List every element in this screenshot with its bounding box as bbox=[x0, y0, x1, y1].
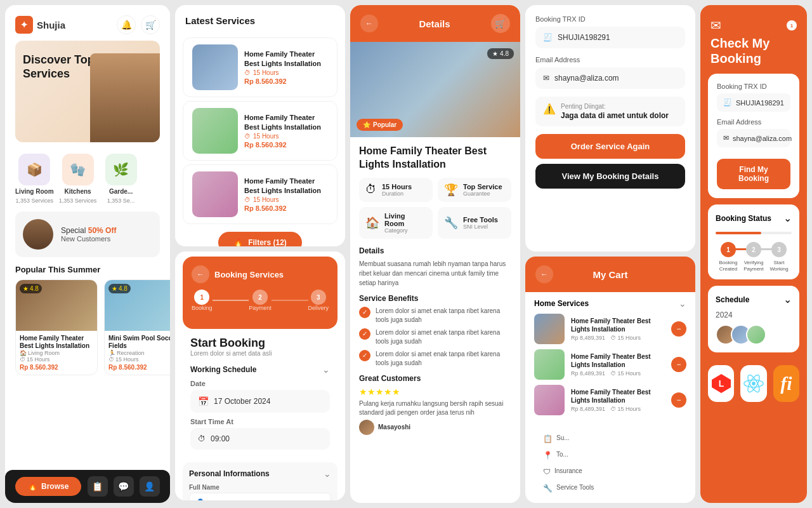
category-garden[interactable]: 🌿 Garde... 1,353 Se... bbox=[102, 154, 140, 204]
time-value: 09:00 bbox=[211, 434, 230, 443]
guarantee-icon: 🏆 bbox=[444, 183, 458, 197]
step-line-2 bbox=[272, 300, 308, 301]
service-card-2[interactable]: Home Family Theater Best Lights Installa… bbox=[183, 164, 337, 224]
nav-profile-button[interactable]: 👤 bbox=[140, 476, 160, 497]
cat-label-1: Kitchens bbox=[64, 188, 91, 195]
fiverr-f-icon: fi bbox=[780, 373, 792, 394]
filter-button[interactable]: 🔥 Filters (12) bbox=[218, 232, 302, 246]
rating-badge-0: ★ 4.8 bbox=[20, 284, 42, 293]
check-trx-label: Booking TRX ID bbox=[717, 83, 790, 90]
time-field[interactable]: ⏱ 09:00 bbox=[190, 428, 330, 450]
service-card-0[interactable]: Home Family Theater Best Lights Installa… bbox=[183, 37, 337, 97]
hero-banner: Discover Top Home Services bbox=[15, 41, 160, 142]
service-meta-2: ⏱ 15 Hours bbox=[244, 196, 328, 203]
time-label: Start Time At bbox=[190, 418, 330, 425]
step-3-container: 3 Delivery bbox=[308, 290, 329, 311]
service-card-1[interactable]: Home Family Theater Best Lights Installa… bbox=[183, 101, 337, 161]
popular-card-image-0: ★ 4.8 bbox=[16, 280, 97, 331]
check-booking-title-area: ✉ 1 Check My Booking bbox=[710, 18, 797, 66]
info-0: 15 Hours Duration bbox=[382, 183, 412, 197]
details-header: ← Details 🛒 bbox=[350, 5, 520, 42]
popular-price-0: Rp 8.560.392 bbox=[20, 364, 93, 371]
date-field[interactable]: 📅 17 October 2024 bbox=[190, 390, 330, 413]
cart-item-image-0 bbox=[534, 314, 565, 344]
step-2-container: 2 Payment bbox=[249, 290, 272, 311]
details-back-button[interactable]: ← bbox=[360, 15, 378, 32]
cart-remove-button-2[interactable]: − bbox=[671, 392, 686, 408]
full-name-label: Full Name bbox=[189, 484, 331, 491]
logo-icon: ✦ bbox=[15, 16, 33, 34]
filter-btn-container: 🔥 Filters (12) bbox=[175, 232, 345, 246]
react-logo bbox=[740, 365, 766, 402]
email-value-field: ✉ shayna@aliza.com bbox=[535, 67, 685, 89]
popular-card-0[interactable]: ★ 4.8 Home Family Theater Best Lights In… bbox=[15, 279, 98, 375]
guarantee-label: Guarantee bbox=[463, 190, 502, 197]
booking-status-title: Booking Status bbox=[716, 214, 771, 223]
check-email-text: shayna@aliza.com bbox=[733, 135, 792, 142]
status-progress-bar bbox=[716, 232, 792, 234]
category-kitchens[interactable]: 🧤 Kitchens 1,353 Services bbox=[59, 154, 97, 204]
category-living-room[interactable]: 📦 Living Room 1,353 Services bbox=[15, 154, 54, 204]
booking-subtitle: Lorem dolor si amet data asli bbox=[190, 350, 330, 357]
popular-sub-1: 🏃 Recreation bbox=[108, 350, 170, 356]
schedule-section-header[interactable]: Working Schedule ⌄ bbox=[190, 364, 330, 375]
cart-section-header: Home Services ⌄ bbox=[534, 298, 686, 309]
status-progress-fill bbox=[716, 232, 761, 234]
service-tools-icon: 🔧 bbox=[543, 484, 553, 493]
clock-icon: ⏱ bbox=[198, 434, 206, 443]
photo-3 bbox=[746, 324, 766, 345]
notification-button[interactable]: 🔔 bbox=[117, 15, 136, 34]
home-header: ✦ Shujia 🔔 🛒 bbox=[5, 5, 170, 34]
info-3: Free Tools SNI Level bbox=[463, 216, 498, 230]
full-name-placeholder: Write your complete name bbox=[209, 499, 290, 501]
rating-badge-1: ★ 4.8 bbox=[108, 284, 131, 293]
benefit-text-1: Lorem dolor si amet enak tanpa ribet kar… bbox=[376, 328, 511, 346]
review-stars-0: ★★★★★ bbox=[359, 387, 511, 397]
app-name: Shujia bbox=[37, 20, 65, 30]
cart-item-title-1: Home Family Theater Best Lights Installa… bbox=[571, 352, 665, 369]
service-meta-0: ⏱ 15 Hours bbox=[244, 69, 328, 76]
booking-back-button[interactable]: ← bbox=[192, 265, 209, 283]
browse-button[interactable]: 🔥 Browse bbox=[15, 477, 81, 496]
personal-info-section: Personal Informations ⌄ Full Name 👤 Writ… bbox=[183, 462, 337, 500]
promo-special: Special 50% Off bbox=[61, 226, 116, 235]
personal-info-header[interactable]: Personal Informations ⌄ bbox=[189, 469, 331, 479]
booking-sub-row: 📋 Su... bbox=[534, 431, 686, 447]
find-booking-button[interactable]: Find My Booking bbox=[717, 159, 790, 189]
cart-remove-button-1[interactable]: − bbox=[671, 357, 686, 372]
warning-label: Penting Diingat: bbox=[561, 103, 669, 110]
popular-card-1[interactable]: ★ 4.8 Mini Swim Pool Soccer Fields 🏃 Rec… bbox=[104, 279, 170, 375]
booking-form-header: ← Booking Services bbox=[192, 265, 329, 283]
cart-back-button[interactable]: ← bbox=[535, 265, 553, 283]
service-thumb-0 bbox=[192, 44, 238, 90]
step-3-label: Delivery bbox=[308, 305, 329, 311]
service-title-1: Home Family Theater Best Lights Installa… bbox=[244, 113, 328, 131]
details-cart-button[interactable]: 🛒 bbox=[491, 14, 510, 33]
view-booking-button[interactable]: View My Booking Details bbox=[535, 164, 685, 189]
nav-list-button[interactable]: 📋 bbox=[88, 476, 108, 497]
cart-item-info-0: Home Family Theater Best Lights Installa… bbox=[571, 317, 665, 341]
service-thumb-img-2 bbox=[192, 171, 238, 217]
check-trx-icon: 🧾 bbox=[723, 98, 732, 107]
cart-item-info-1: Home Family Theater Best Lights Installa… bbox=[571, 352, 665, 377]
cat-label-0: Living Room bbox=[15, 188, 54, 195]
cat-count-1: 1,353 Services bbox=[59, 197, 97, 204]
cart-button[interactable]: 🛒 bbox=[141, 15, 160, 34]
order-again-button[interactable]: Order Service Again bbox=[535, 134, 685, 159]
home-panel: ✦ Shujia 🔔 🛒 Discover Top Home Services … bbox=[5, 5, 170, 503]
check-email-value: ✉ shayna@aliza.com bbox=[717, 129, 790, 147]
nav-chat-button[interactable]: 💬 bbox=[114, 476, 134, 497]
cart-remove-button-0[interactable]: − bbox=[671, 321, 686, 337]
tools-icon: 🔧 bbox=[444, 216, 458, 230]
reviewer-avatar-0 bbox=[359, 420, 374, 435]
check-trx-field: Booking TRX ID 🧾 SHUJIA198291 bbox=[717, 83, 790, 112]
check-booking-form: Booking TRX ID 🧾 SHUJIA198291 Email Addr… bbox=[708, 74, 799, 198]
trx-value-field: 🧾 SHUJIA198291 bbox=[535, 27, 685, 48]
details-title: Details bbox=[419, 18, 450, 29]
tools-row: 🔧 Service Tools bbox=[534, 480, 686, 497]
cat-count-0: 1,353 Services bbox=[16, 197, 54, 204]
promo-person-image bbox=[23, 219, 53, 250]
schedule-chevron-icon: ⌄ bbox=[322, 364, 330, 375]
step-1-label: Booking bbox=[192, 305, 213, 311]
full-name-input[interactable]: 👤 Write your complete name bbox=[189, 493, 331, 500]
